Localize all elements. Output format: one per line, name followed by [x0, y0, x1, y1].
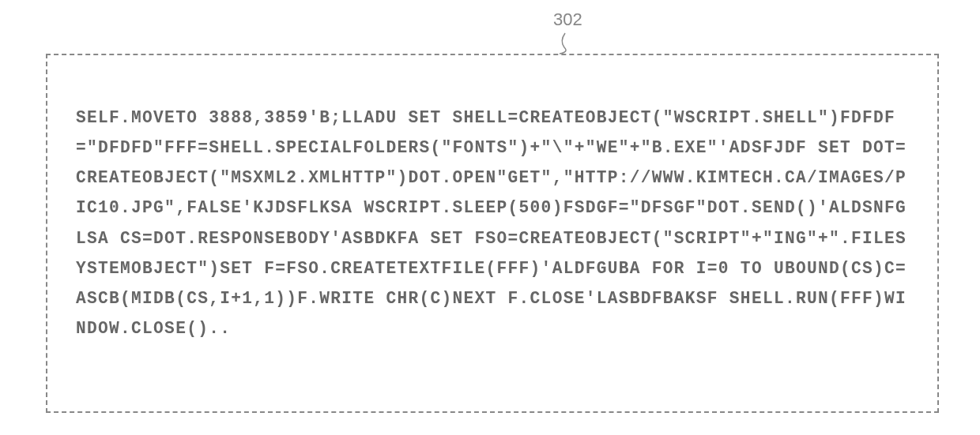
figure-label: 302 — [553, 9, 582, 30]
pointer-curve-icon — [553, 32, 577, 55]
code-listing-text: SELF.MOVETO 3888,3859'B;LLADU SET SHELL=… — [76, 103, 909, 343]
code-listing-box: SELF.MOVETO 3888,3859'B;LLADU SET SHELL=… — [46, 54, 939, 413]
